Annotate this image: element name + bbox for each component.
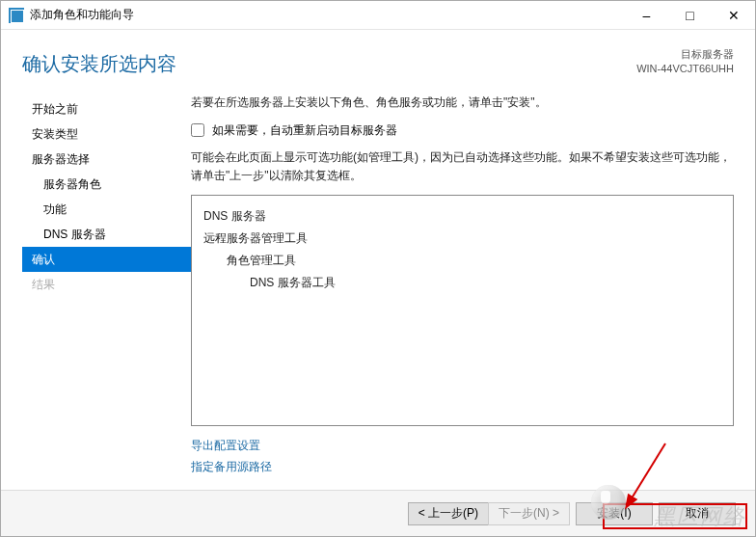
next-button: 下一步(N) > xyxy=(488,502,570,525)
auto-restart-checkbox[interactable] xyxy=(191,123,204,137)
sidebar-item-server-selection[interactable]: 服务器选择 xyxy=(22,147,191,172)
list-item: 角色管理工具 xyxy=(203,250,721,272)
titlebar: 添加角色和功能向导 – □ ✕ xyxy=(1,1,755,30)
install-button[interactable]: 安装(I) xyxy=(576,502,653,525)
sidebar-item-results: 结果 xyxy=(22,272,191,297)
window-title: 添加角色和功能向导 xyxy=(30,7,134,23)
sidebar-item-before-you-begin[interactable]: 开始之前 xyxy=(22,96,191,121)
alt-source-link[interactable]: 指定备用源路径 xyxy=(191,460,272,473)
sidebar-item-installation-type[interactable]: 安装类型 xyxy=(22,121,191,147)
sidebar-item-dns-server[interactable]: DNS 服务器 xyxy=(22,222,191,247)
target-server-info: 目标服务器 WIN-44VCJT66UHH xyxy=(636,47,734,77)
list-item: DNS 服务器工具 xyxy=(203,272,721,294)
cancel-button[interactable]: 取消 xyxy=(659,502,736,525)
links: 导出配置设置 指定备用源路径 xyxy=(191,436,734,477)
intro-text: 若要在所选服务器上安装以下角色、角色服务或功能，请单击"安装"。 xyxy=(191,94,734,111)
minimize-button[interactable]: – xyxy=(625,1,668,29)
wizard-window: 添加角色和功能向导 – □ ✕ 确认安装所选内容 目标服务器 WIN-44VCJ… xyxy=(0,0,756,537)
sidebar-item-features[interactable]: 功能 xyxy=(22,197,191,222)
auto-restart-row[interactable]: 如果需要，自动重新启动目标服务器 xyxy=(191,122,734,139)
sidebar: 开始之前 安装类型 服务器选择 服务器角色 功能 DNS 服务器 确认 结果 xyxy=(22,87,191,490)
window-controls: – □ ✕ xyxy=(625,1,755,29)
auto-restart-label: 如果需要，自动重新启动目标服务器 xyxy=(212,122,397,139)
maximize-button[interactable]: □ xyxy=(668,1,712,29)
target-server-name: WIN-44VCJT66UHH xyxy=(636,62,734,76)
header: 确认安装所选内容 目标服务器 WIN-44VCJT66UHH xyxy=(1,30,755,87)
page-title: 确认安装所选内容 xyxy=(22,51,176,77)
close-button[interactable]: ✕ xyxy=(712,1,755,29)
selection-list: DNS 服务器 远程服务器管理工具 角色管理工具 DNS 服务器工具 xyxy=(191,195,734,426)
target-server-label: 目标服务器 xyxy=(636,47,734,62)
list-item: DNS 服务器 xyxy=(203,205,721,228)
previous-button[interactable]: < 上一步(P) xyxy=(408,502,488,525)
body: 开始之前 安装类型 服务器选择 服务器角色 功能 DNS 服务器 确认 结果 若… xyxy=(1,87,755,490)
sidebar-item-server-roles[interactable]: 服务器角色 xyxy=(22,172,191,197)
sidebar-item-confirmation[interactable]: 确认 xyxy=(22,247,191,272)
footer: < 上一步(P) 下一步(N) > 安装(I) 取消 xyxy=(1,490,755,536)
export-config-link[interactable]: 导出配置设置 xyxy=(191,439,260,452)
optional-features-note: 可能会在此页面上显示可选功能(如管理工具)，因为已自动选择这些功能。如果不希望安… xyxy=(191,148,734,185)
app-icon xyxy=(9,8,24,23)
nav-button-group: < 上一步(P) 下一步(N) > xyxy=(408,502,570,525)
main-panel: 若要在所选服务器上安装以下角色、角色服务或功能，请单击"安装"。 如果需要，自动… xyxy=(191,87,734,490)
list-item: 远程服务器管理工具 xyxy=(203,228,721,250)
